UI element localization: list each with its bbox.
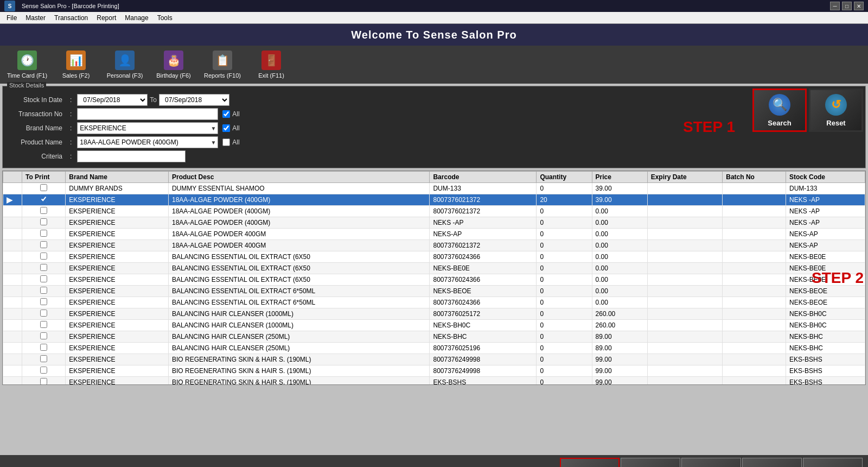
table-row[interactable]: DUMMY BRANDSDUMMY ESSENTIAL SHAMOODUM-13… <box>3 183 865 194</box>
table-row[interactable]: EKSPERIENCE18AA-ALGAE POWDER 400GM800737… <box>3 240 865 251</box>
close-button[interactable]: ✖ Close <box>803 458 863 467</box>
print-checkbox-cell[interactable] <box>22 286 66 297</box>
table-row[interactable]: EKSPERIENCEBIO REGENERATING SKIN & HAIR … <box>3 377 865 386</box>
menu-file[interactable]: File <box>2 13 21 23</box>
brand-name-dropdown[interactable]: EKSPERIENCE <box>77 122 218 134</box>
toolbar-personal[interactable]: 👤 Personal (F3) <box>103 48 146 81</box>
print-checkbox-cell[interactable] <box>22 251 66 263</box>
table-cell: 0.00 <box>592 240 647 251</box>
print-checkbox-cell[interactable] <box>22 240 66 251</box>
custom-label-button[interactable]: 🖨 Custom Label <box>621 458 680 467</box>
table-cell: 8007376025196 <box>430 343 537 354</box>
table-cell <box>723 194 786 206</box>
table-row[interactable]: ▶EKSPERIENCE18AA-ALGAE POWDER (400GM)800… <box>3 194 865 206</box>
print-checkbox-cell[interactable] <box>22 308 66 320</box>
table-cell <box>723 274 786 286</box>
maximize-button[interactable]: □ <box>842 2 852 10</box>
reset-button[interactable]: ↺ Reset <box>809 89 863 132</box>
table-row[interactable]: EKSPERIENCEBALANCING ESSENTIAL OIL EXTRA… <box>3 251 865 263</box>
print-checkbox-cell[interactable] <box>22 297 66 308</box>
brand-all-checkbox[interactable] <box>222 124 230 132</box>
product-name-dropdown[interactable]: 18AA-ALGAE POWDER (400GM) <box>77 136 218 148</box>
print-checkbox[interactable] <box>40 264 47 271</box>
search-button[interactable]: 🔍 Search <box>752 89 807 132</box>
print-checkbox-cell[interactable] <box>22 217 66 229</box>
print-checkbox[interactable] <box>40 355 47 362</box>
print-checkbox[interactable] <box>40 367 47 374</box>
table-row[interactable]: EKSPERIENCEBALANCING HAIR CLEANSER (250M… <box>3 343 865 354</box>
clear-all-button[interactable]: ✖ Clear All <box>742 458 802 467</box>
print-checkbox-cell[interactable] <box>22 194 66 206</box>
print-checkbox-cell[interactable] <box>22 320 66 331</box>
table-cell <box>723 263 786 274</box>
table-row[interactable]: EKSPERIENCE18AA-ALGAE POWDER (400GM)8007… <box>3 206 865 217</box>
table-row[interactable]: EKSPERIENCE18AA-ALGAE POWDER (400GM)NEKS… <box>3 217 865 229</box>
table-cell <box>647 274 723 286</box>
print-checkbox[interactable] <box>40 298 47 305</box>
transaction-all-checkbox[interactable] <box>222 110 230 118</box>
table-row[interactable]: EKSPERIENCE18AA-ALGAE POWDER 400GMNEKS-A… <box>3 229 865 240</box>
table-row[interactable]: EKSPERIENCEBALANCING ESSENTIAL OIL EXTRA… <box>3 263 865 274</box>
stock-in-date-to[interactable]: 07/Sep/2018 <box>159 94 229 106</box>
print-checkbox[interactable] <box>40 378 47 385</box>
table-cell <box>723 286 786 297</box>
toolbar-birthday[interactable]: 🎂 Birthday (F6) <box>152 48 195 81</box>
print-checkbox-cell[interactable] <box>22 365 66 377</box>
toolbar-sales[interactable]: 📊 Sales (F2) <box>54 48 98 81</box>
print-checkbox[interactable] <box>40 275 47 282</box>
barcode-button[interactable]: 🖨 Barcode <box>560 458 620 467</box>
print-checkbox-cell[interactable] <box>22 331 66 343</box>
table-row[interactable]: EKSPERIENCEBALANCING HAIR CLEANSER (1000… <box>3 308 865 320</box>
product-all-checkbox[interactable] <box>222 138 230 146</box>
table-row[interactable]: EKSPERIENCEBIO REGENERATING SKIN & HAIR … <box>3 354 865 365</box>
toolbar-exit[interactable]: 🚪 Exit (F11) <box>250 48 293 81</box>
print-checkbox-cell[interactable] <box>22 263 66 274</box>
table-cell: 20 <box>537 194 592 206</box>
title-bar-controls[interactable]: ─ □ ✕ <box>830 2 864 10</box>
menu-tools[interactable]: Tools <box>153 13 177 23</box>
table-row[interactable]: EKSPERIENCEBALANCING ESSENTIAL OIL EXTRA… <box>3 297 865 308</box>
table-row[interactable]: EKSPERIENCEBALANCING HAIR CLEANSER (250M… <box>3 331 865 343</box>
print-checkbox[interactable] <box>40 241 47 248</box>
table-row[interactable]: EKSPERIENCEBALANCING HAIR CLEANSER (1000… <box>3 320 865 331</box>
print-checkbox-cell[interactable] <box>22 354 66 365</box>
print-checkbox[interactable] <box>40 230 47 237</box>
menu-report[interactable]: Report <box>92 13 120 23</box>
print-checkbox-cell[interactable] <box>22 377 66 386</box>
print-checkbox-cell[interactable] <box>22 206 66 217</box>
product-table-container[interactable]: To Print Brand Name Product Desc Barcode… <box>2 171 866 385</box>
print-checkbox[interactable] <box>40 207 47 214</box>
table-cell: EKS-BSHS <box>430 377 537 386</box>
menu-manage[interactable]: Manage <box>120 13 152 23</box>
stock-in-date-from[interactable]: 07/Sep/2018 <box>77 94 148 106</box>
table-cell: 8007376021372 <box>430 206 537 217</box>
close-window-button[interactable]: ✕ <box>854 2 864 10</box>
menu-master[interactable]: Master <box>21 13 50 23</box>
print-checkbox[interactable] <box>40 184 47 191</box>
table-row[interactable]: EKSPERIENCEBALANCING ESSENTIAL OIL EXTRA… <box>3 274 865 286</box>
transaction-no-input[interactable] <box>77 108 218 120</box>
minimize-button[interactable]: ─ <box>830 2 840 10</box>
print-checkbox[interactable] <box>40 253 47 260</box>
menu-transaction[interactable]: Transaction <box>50 13 92 23</box>
toolbar-reports[interactable]: 📋 Reports (F10) <box>201 48 244 81</box>
table-cell: 0.00 <box>592 206 647 217</box>
print-checkbox-cell[interactable] <box>22 343 66 354</box>
table-row[interactable]: EKSPERIENCEBALANCING ESSENTIAL OIL EXTRA… <box>3 286 865 297</box>
print-checkbox-cell[interactable] <box>22 274 66 286</box>
print-checkbox[interactable] <box>40 344 47 351</box>
timecard-label: Time Card (F1) <box>7 72 47 79</box>
print-checkbox-cell[interactable] <box>22 183 66 194</box>
print-checkbox[interactable] <box>40 332 47 339</box>
print-checkbox[interactable] <box>40 321 47 328</box>
table-row[interactable]: EKSPERIENCEBIO REGENERATING SKIN & HAIR … <box>3 365 865 377</box>
print-checkbox-cell[interactable] <box>22 229 66 240</box>
print-checkbox[interactable] <box>40 310 47 317</box>
print-checkbox[interactable] <box>40 218 47 225</box>
select-all-button[interactable]: ✔ Select All <box>681 458 741 467</box>
criteria-input[interactable] <box>77 150 186 162</box>
print-checkbox[interactable] <box>40 195 47 203</box>
print-checkbox[interactable] <box>40 287 47 294</box>
table-cell: 18AA-ALGAE POWDER 400GM <box>168 240 430 251</box>
toolbar-timecard[interactable]: 🕐 Time Card (F1) <box>5 48 49 81</box>
